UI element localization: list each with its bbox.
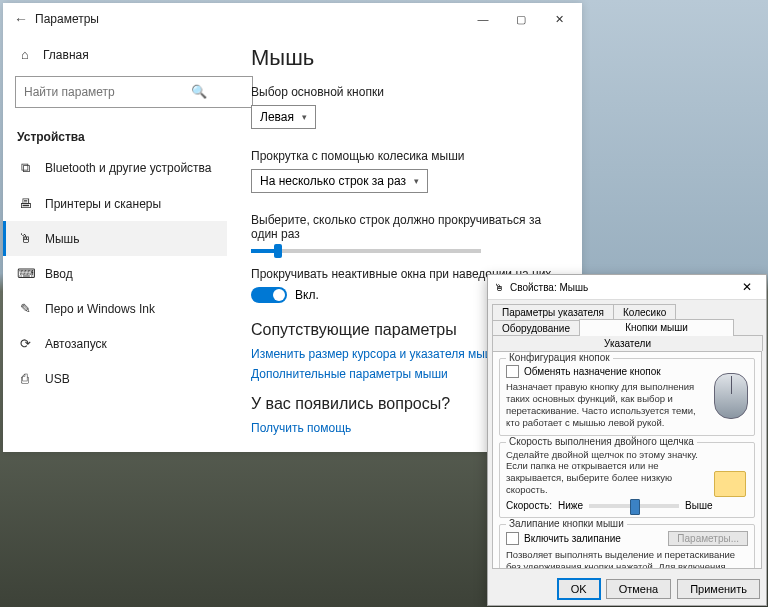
close-button[interactable]: ✕ <box>540 3 578 35</box>
speed-label: Скорость: <box>506 500 552 511</box>
sidebar-item-label: Мышь <box>45 232 80 246</box>
slider-thumb[interactable] <box>274 244 282 258</box>
autoplay-icon: ⟳ <box>17 336 33 351</box>
usb-icon: ⎙ <box>17 371 33 386</box>
home-link[interactable]: ⌂ Главная <box>3 41 227 68</box>
sidebar: ⌂ Главная 🔍 Устройства ⧉Bluetooth и друг… <box>3 35 227 452</box>
sidebar-item-label: Автозапуск <box>45 337 107 351</box>
sidebar-item-printers[interactable]: 🖶Принтеры и сканеры <box>3 186 227 221</box>
sidebar-section-title: Устройства <box>3 116 227 150</box>
group-title: Залипание кнопки мыши <box>506 518 627 529</box>
doubleclick-group: Скорость выполнения двойного щелчка Сдел… <box>499 442 755 519</box>
search-icon: 🔍 <box>191 84 207 99</box>
inactive-scroll-toggle[interactable] <box>251 287 287 303</box>
doubleclick-speed-slider[interactable] <box>589 504 679 508</box>
pen-icon: ✎ <box>17 301 33 316</box>
tab-buttons[interactable]: Кнопки мыши <box>579 319 734 336</box>
slider-thumb[interactable] <box>630 499 640 515</box>
dialog-tabs: Параметры указателя Колесико Оборудовани… <box>488 300 766 351</box>
titlebar: ← Параметры — ▢ ✕ <box>3 3 582 35</box>
sidebar-item-pen[interactable]: ✎Перо и Windows Ink <box>3 291 227 326</box>
sidebar-item-autoplay[interactable]: ⟳Автозапуск <box>3 326 227 361</box>
swap-buttons-desc: Назначает правую кнопку для выполнения т… <box>506 381 748 429</box>
primary-button-label: Выбор основной кнопки <box>251 85 558 99</box>
printer-icon: 🖶 <box>17 196 33 211</box>
doubleclick-desc: Сделайте двойной щелчок по этому значку.… <box>506 449 748 497</box>
dialog-title: Свойства: Мышь <box>510 282 588 293</box>
mouse-properties-dialog: 🖱 Свойства: Мышь ✕ Параметры указателя К… <box>487 274 767 606</box>
cancel-button[interactable]: Отмена <box>606 579 671 599</box>
lines-slider[interactable] <box>251 249 481 253</box>
tab-pointer-options[interactable]: Параметры указателя <box>492 304 614 320</box>
chevron-down-icon: ▾ <box>414 176 419 186</box>
clicklock-checkbox[interactable]: Включить залипание <box>506 532 621 545</box>
checkbox-icon <box>506 365 519 378</box>
tab-hardware[interactable]: Оборудование <box>492 320 580 336</box>
chevron-down-icon: ▾ <box>302 112 307 122</box>
devices-icon: ⧉ <box>17 160 33 176</box>
group-title: Скорость выполнения двойного щелчка <box>506 436 697 447</box>
sidebar-item-label: Bluetooth и другие устройства <box>45 161 212 175</box>
sidebar-item-label: USB <box>45 372 70 386</box>
scroll-wheel-label: Прокрутка с помощью колесика мыши <box>251 149 558 163</box>
dropdown-value: Левая <box>260 110 294 124</box>
button-config-group: Конфигурация кнопок Обменять назначение … <box>499 358 755 436</box>
home-icon: ⌂ <box>17 47 33 62</box>
maximize-button[interactable]: ▢ <box>502 3 540 35</box>
primary-button-dropdown[interactable]: Левая▾ <box>251 105 316 129</box>
back-icon[interactable]: ← <box>7 11 35 27</box>
search-input[interactable] <box>15 76 253 108</box>
dialog-button-row: OK Отмена Применить <box>488 573 766 605</box>
toggle-state-label: Вкл. <box>295 288 319 302</box>
sidebar-item-typing[interactable]: ⌨Ввод <box>3 256 227 291</box>
checkbox-icon <box>506 532 519 545</box>
mouse-preview-image <box>714 373 748 419</box>
checkbox-label: Обменять назначение кнопок <box>524 366 661 377</box>
clicklock-group: Залипание кнопки мыши Включить залипание… <box>499 524 755 569</box>
scroll-wheel-dropdown[interactable]: На несколько строк за раз▾ <box>251 169 428 193</box>
minimize-button[interactable]: — <box>464 3 502 35</box>
page-title: Мышь <box>251 45 558 71</box>
sidebar-item-label: Принтеры и сканеры <box>45 197 161 211</box>
dropdown-value: На несколько строк за раз <box>260 174 406 188</box>
swap-buttons-checkbox[interactable]: Обменять назначение кнопок <box>506 365 748 378</box>
group-title: Конфигурация кнопок <box>506 352 613 363</box>
tab-content: Конфигурация кнопок Обменять назначение … <box>492 351 762 569</box>
keyboard-icon: ⌨ <box>17 266 33 281</box>
speed-slow-label: Ниже <box>558 500 583 511</box>
sidebar-item-label: Ввод <box>45 267 73 281</box>
mouse-icon: 🖱 <box>494 282 504 293</box>
home-label: Главная <box>43 48 89 62</box>
clicklock-desc: Позволяет выполнять выделение и перетаск… <box>506 549 748 569</box>
sidebar-item-mouse[interactable]: 🖱Мышь <box>3 221 227 256</box>
sidebar-item-bluetooth[interactable]: ⧉Bluetooth и другие устройства <box>3 150 227 186</box>
checkbox-label: Включить залипание <box>524 533 621 544</box>
folder-test-icon[interactable] <box>714 471 746 497</box>
speed-fast-label: Выше <box>685 500 712 511</box>
sidebar-item-usb[interactable]: ⎙USB <box>3 361 227 396</box>
sidebar-item-label: Перо и Windows Ink <box>45 302 155 316</box>
clicklock-params-button: Параметры... <box>668 531 748 546</box>
mouse-icon: 🖱 <box>17 231 33 246</box>
tab-pointers[interactable]: Указатели <box>492 335 763 351</box>
tab-wheel[interactable]: Колесико <box>613 304 676 320</box>
dialog-close-button[interactable]: ✕ <box>734 280 760 294</box>
apply-button[interactable]: Применить <box>677 579 760 599</box>
window-title: Параметры <box>35 12 99 26</box>
lines-to-scroll-label: Выберите, сколько строк должно прокручив… <box>251 213 558 241</box>
ok-button[interactable]: OK <box>558 579 600 599</box>
dialog-titlebar: 🖱 Свойства: Мышь ✕ <box>488 275 766 300</box>
